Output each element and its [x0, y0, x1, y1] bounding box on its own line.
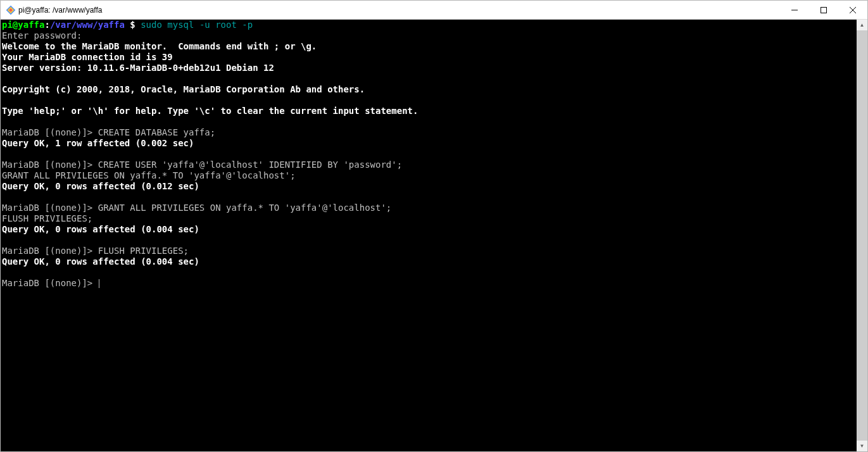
db-prompt: MariaDB [(none)]>	[2, 127, 98, 137]
shell-command: sudo mysql -u root -p	[135, 20, 253, 30]
minimize-button[interactable]	[780, 1, 809, 19]
sql-command: FLUSH PRIVILEGES;	[2, 213, 92, 223]
term-line: Welcome to the MariaDB monitor. Commands…	[2, 41, 317, 51]
terminal[interactable]: pi@yaffa:/var/www/yaffa $ sudo mysql -u …	[1, 20, 857, 451]
sql-command: CREATE DATABASE yaffa;	[98, 127, 215, 137]
sql-command: GRANT ALL PRIVILEGES ON yaffa.* TO 'yaff…	[98, 203, 392, 213]
prompt-sep: :	[44, 20, 49, 30]
titlebar[interactable]: pi@yaffa: /var/www/yaffa	[1, 1, 867, 20]
app-icon	[1, 5, 17, 15]
svg-rect-3	[821, 7, 827, 13]
vertical-scrollbar[interactable]: ▲ ▼	[857, 20, 867, 451]
term-line: Copyright (c) 2000, 2018, Oracle, MariaD…	[2, 84, 365, 94]
query-result: Query OK, 1 row affected (0.002 sec)	[2, 138, 194, 148]
term-line: Enter password:	[2, 30, 82, 41]
window-title: pi@yaffa: /var/www/yaffa	[17, 6, 102, 15]
scroll-down-arrow-icon[interactable]: ▼	[857, 441, 867, 451]
query-result: Query OK, 0 rows affected (0.012 sec)	[2, 181, 199, 191]
query-result: Query OK, 0 rows affected (0.004 sec)	[2, 256, 199, 267]
db-prompt: MariaDB [(none)]>	[2, 203, 98, 213]
prompt-path: /var/www/yaffa	[50, 20, 125, 30]
prompt-dollar: $	[125, 20, 135, 30]
close-button[interactable]	[838, 1, 867, 19]
sql-command: GRANT ALL PRIVILEGES ON yaffa.* TO 'yaff…	[2, 170, 296, 180]
db-prompt: MariaDB [(none)]>	[2, 278, 98, 288]
term-line: Server version: 10.11.6-MariaDB-0+deb12u…	[2, 63, 274, 73]
app-window: pi@yaffa: /var/www/yaffa pi@yaffa:/var/w…	[0, 0, 868, 452]
prompt-user-host: pi@yaffa	[2, 20, 44, 30]
term-line: Type 'help;' or '\h' for help. Type '\c'…	[2, 106, 418, 116]
scroll-up-arrow-icon[interactable]: ▲	[857, 20, 867, 30]
sql-command: FLUSH PRIVILEGES;	[98, 246, 189, 256]
text-cursor	[99, 279, 99, 288]
maximize-button[interactable]	[809, 1, 838, 19]
db-prompt: MariaDB [(none)]>	[2, 246, 98, 256]
scroll-thumb[interactable]	[857, 30, 867, 441]
content-area: pi@yaffa:/var/www/yaffa $ sudo mysql -u …	[1, 20, 867, 451]
sql-command: CREATE USER 'yaffa'@'localhost' IDENTIFI…	[98, 160, 402, 170]
term-line: Your MariaDB connection id is 39	[2, 52, 173, 62]
db-prompt: MariaDB [(none)]>	[2, 160, 98, 170]
query-result: Query OK, 0 rows affected (0.004 sec)	[2, 224, 199, 234]
window-controls	[780, 1, 867, 19]
